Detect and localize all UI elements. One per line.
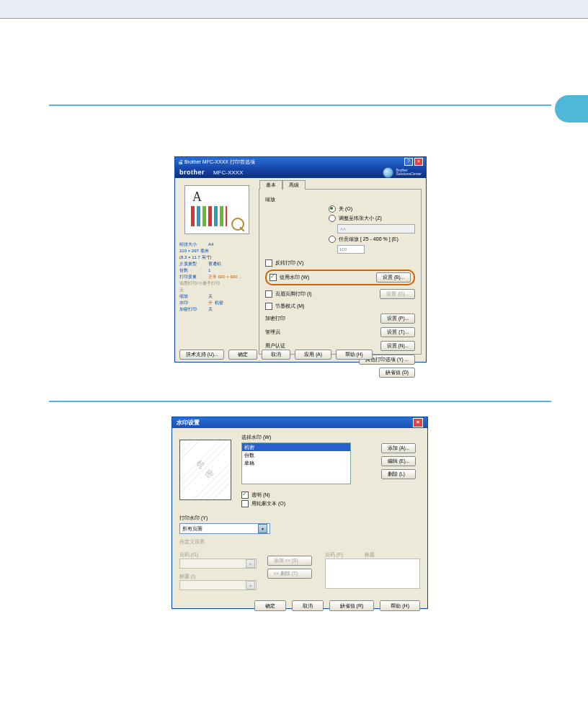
page-header-band <box>0 0 588 19</box>
